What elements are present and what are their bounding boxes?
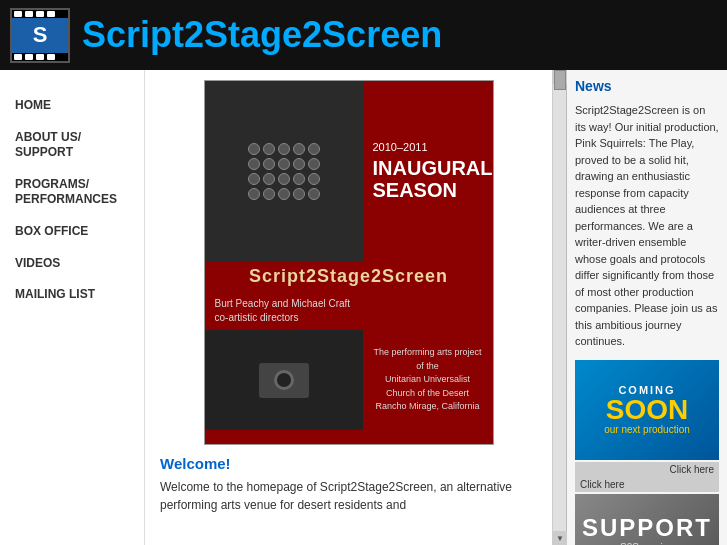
support-banner[interactable]: SUPPORT S2S coming [575, 494, 719, 546]
sidebar-item-programs[interactable]: PROGRAMS/ PERFORMANCES [15, 169, 129, 216]
sidebar-item-videos[interactable]: VIDEOS [15, 248, 129, 280]
poster-title-band: Script2Stage2Screen [205, 261, 493, 292]
support-click-here[interactable]: Click here [575, 477, 719, 492]
header: S Script2Stage2Screen [0, 0, 727, 70]
venue-line1: The performing arts project of the [371, 346, 485, 373]
welcome-text: Welcome to the homepage of Script2Stage2… [160, 478, 537, 514]
sidebar: HOME ABOUT US/ SUPPORT PROGRAMS/ PERFORM… [0, 70, 145, 545]
right-sidebar: ▲ ▼ News Script2Stage2Screen is on its w… [552, 70, 727, 545]
film-strip-bottom [12, 53, 68, 61]
poster-season: SEASON [373, 179, 483, 202]
poster-directors-line2: co-artistic directors [215, 311, 483, 325]
welcome-heading: Welcome! [160, 455, 537, 472]
news-content: News Script2Stage2Screen is on its way! … [567, 70, 727, 545]
poster-inaugural: INAUGURAL [373, 157, 483, 179]
venue-line2: Unitarian Universalist [371, 373, 485, 387]
poster-directors-line1: Burt Peachy and Michael Craft [215, 297, 483, 311]
poster-top: 2010–2011 INAUGURAL SEASON [205, 81, 493, 261]
logo-box: S [10, 8, 70, 63]
poster-venue: The performing arts project of the Unita… [363, 330, 493, 430]
soon-text: SOON [606, 396, 688, 424]
next-prod-text: our next production [604, 424, 690, 435]
sidebar-item-about[interactable]: ABOUT US/ SUPPORT [15, 122, 129, 169]
scrollbar-track[interactable]: ▲ ▼ [553, 70, 567, 545]
main-layout: HOME ABOUT US/ SUPPORT PROGRAMS/ PERFORM… [0, 70, 727, 545]
poster-bottom: The performing arts project of the Unita… [205, 330, 493, 430]
content-area: 2010–2011 INAUGURAL SEASON Script2Stage2… [145, 70, 727, 545]
camera-lens [274, 370, 294, 390]
poster-year: 2010–2011 [373, 141, 483, 153]
camera-body [259, 363, 309, 398]
sidebar-item-mailinglist[interactable]: MAILING LIST [15, 279, 129, 311]
poster-image: 2010–2011 INAUGURAL SEASON Script2Stage2… [204, 80, 494, 445]
sidebar-item-boxoffice[interactable]: BOX OFFICE [15, 216, 129, 248]
sidebar-item-home[interactable]: HOME [15, 90, 129, 122]
logo-letter: S [33, 22, 48, 48]
support-text: SUPPORT [582, 514, 712, 542]
scrollbar-down-arrow[interactable]: ▼ [553, 531, 567, 545]
poster-camera [205, 330, 363, 430]
scrollbar-thumb[interactable] [554, 70, 566, 90]
venue-line4: Rancho Mirage, California [371, 400, 485, 414]
film-strip-top [12, 10, 68, 18]
poster-title-text: Script2Stage2Screen [215, 266, 483, 287]
poster-directors: Burt Peachy and Michael Craft co-artisti… [205, 292, 493, 330]
coming-soon-click-here[interactable]: Click here [575, 462, 719, 477]
main-content: 2010–2011 INAUGURAL SEASON Script2Stage2… [145, 70, 552, 545]
news-body: Script2Stage2Screen is on its way! Our i… [575, 102, 719, 350]
venue-line3: Church of the Desert [371, 387, 485, 401]
typewriter-keys [248, 143, 320, 200]
coming-soon-banner[interactable]: COMING SOON our next production [575, 360, 719, 460]
site-title: Script2Stage2Screen [82, 14, 442, 56]
news-title: News [575, 78, 719, 94]
poster-right-text: 2010–2011 INAUGURAL SEASON [363, 81, 493, 261]
poster-typewriter [205, 81, 363, 261]
